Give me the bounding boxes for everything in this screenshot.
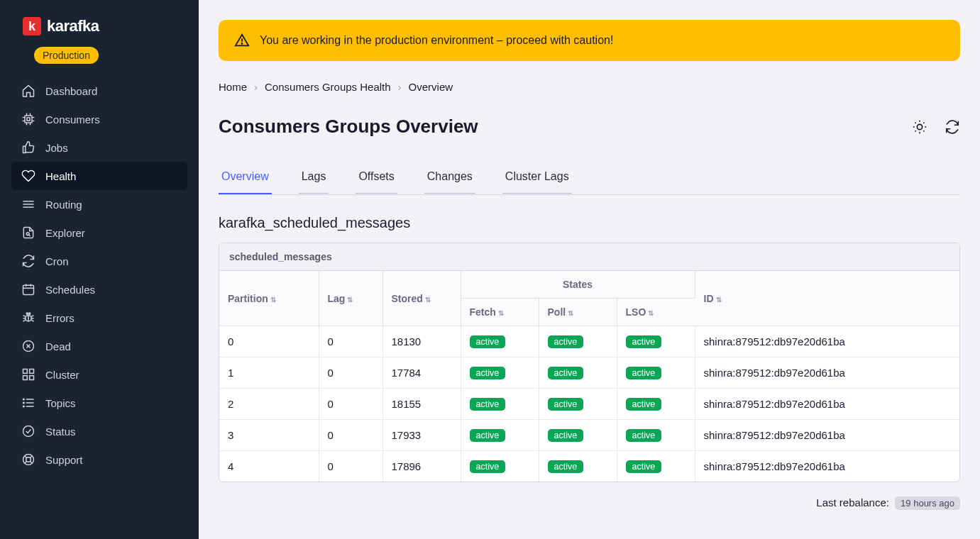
sidebar-item-dashboard[interactable]: Dashboard [0,77,199,105]
svg-point-42 [23,426,34,437]
sidebar-item-cluster[interactable]: Cluster [0,360,199,389]
sort-icon: ⇅ [716,296,722,304]
svg-point-41 [23,406,25,407]
refresh-icon[interactable] [945,119,960,135]
svg-rect-32 [23,369,28,374]
svg-point-27 [26,313,28,314]
chevron-right-icon: › [254,81,258,93]
svg-point-40 [23,402,25,404]
sort-icon: ⇅ [270,296,276,304]
cell-lso: active [617,420,695,451]
sidebar-item-explorer[interactable]: Explorer [0,218,199,247]
table-row: 0018130activeactiveactiveshinra:879512:d… [219,326,959,357]
cell-poll: active [539,326,617,357]
col-id[interactable]: ID⇅ [695,271,959,326]
svg-line-14 [29,235,31,236]
svg-line-59 [923,122,924,123]
sidebar-item-label: Topics [45,397,76,409]
status-badge: active [626,398,662,411]
col-lso[interactable]: LSO⇅ [617,299,695,326]
main: You are working in the production enviro… [199,0,980,539]
section-title: karafka_scheduled_messages [219,215,960,231]
x-circle-icon [21,339,35,353]
cell-poll: active [539,389,617,420]
svg-rect-0 [25,116,32,123]
status-badge: active [470,429,506,442]
cell-id: shinra:879512:db97e20d61ba [695,357,959,389]
table-row: 4017896activeactiveactiveshinra:879512:d… [219,451,959,482]
status-badge: active [548,367,584,379]
sidebar-item-label: Errors [45,312,75,324]
col-stored[interactable]: Stored⇅ [382,271,461,326]
sidebar-item-schedules[interactable]: Schedules [0,275,199,304]
env-badge: Production [34,47,99,64]
svg-line-48 [25,461,27,463]
table-row: 2018155activeactiveactiveshinra:879512:d… [219,389,959,420]
cell-lso: active [617,357,695,389]
nav: DashboardConsumersJobsHealthRoutingExplo… [0,77,199,474]
cell-id: shinra:879512:db97e20d61ba [695,420,959,451]
col-poll[interactable]: Poll⇅ [539,299,617,326]
sidebar-item-consumers[interactable]: Consumers [0,105,199,133]
cell-partition: 0 [219,326,319,357]
tab-overview[interactable]: Overview [219,163,272,194]
tab-cluster-lags[interactable]: Cluster Lags [502,163,572,194]
sidebar-item-health[interactable]: Health [11,162,187,190]
breadcrumb-item[interactable]: Home [219,81,247,93]
sidebar-item-dead[interactable]: Dead [0,332,199,360]
sidebar-item-support[interactable]: Support [0,445,199,474]
cell-id: shinra:879512:db97e20d61ba [695,326,959,357]
cell-poll: active [539,357,617,389]
tab-offsets[interactable]: Offsets [356,163,397,194]
sidebar-item-topics[interactable]: Topics [0,389,199,417]
sidebar-item-label: Cluster [45,369,79,381]
svg-line-24 [31,320,33,321]
warning-text: You are working in the production enviro… [260,34,613,47]
sidebar-item-label: Jobs [45,142,68,154]
calendar-icon [21,282,35,296]
cell-lag: 0 [319,326,382,357]
brand[interactable]: k karafka [0,17,199,47]
status-badge: active [470,398,506,411]
col-lag[interactable]: Lag⇅ [319,271,382,326]
sidebar-item-label: Schedules [45,284,95,296]
cell-stored: 17933 [382,420,461,451]
refresh-icon [21,254,35,268]
sort-icon: ⇅ [425,296,431,304]
sidebar-item-label: Explorer [45,227,85,239]
cell-lso: active [617,451,695,482]
sidebar-item-jobs[interactable]: Jobs [0,133,199,162]
warning-icon [234,33,250,48]
check-circle-icon [21,424,35,438]
cell-poll: active [539,420,617,451]
table-caption: scheduled_messages [219,243,959,271]
table-row: 1017784activeactiveactiveshinra:879512:d… [219,357,959,389]
sidebar-item-label: Dashboard [45,85,97,97]
sidebar-item-cron[interactable]: Cron [0,247,199,275]
sidebar-item-errors[interactable]: Errors [0,304,199,332]
col-fetch[interactable]: Fetch⇅ [461,299,539,326]
cell-fetch: active [461,389,539,420]
tab-lags[interactable]: Lags [299,163,329,194]
svg-rect-35 [30,376,34,380]
svg-point-28 [29,313,31,314]
cell-partition: 2 [219,389,319,420]
cell-lag: 0 [319,389,382,420]
sidebar-item-label: Status [45,426,76,438]
footer-badge: 19 hours ago [895,496,960,510]
theme-toggle-icon[interactable] [912,119,927,135]
breadcrumb-item[interactable]: Consumers Groups Health [265,81,391,93]
file-icon [21,226,35,240]
tab-changes[interactable]: Changes [424,163,475,194]
sidebar-item-status[interactable]: Status [0,417,199,445]
sidebar-item-label: Support [45,454,83,466]
lines-icon [21,197,35,211]
svg-rect-15 [23,285,34,294]
sidebar-item-routing[interactable]: Routing [0,190,199,218]
brand-name: karafka [47,17,99,35]
tabs: OverviewLagsOffsetsChangesCluster Lags [219,163,960,195]
cell-fetch: active [461,451,539,482]
col-partition[interactable]: Partition⇅ [219,271,319,326]
svg-point-50 [241,43,242,44]
cell-partition: 1 [219,357,319,389]
